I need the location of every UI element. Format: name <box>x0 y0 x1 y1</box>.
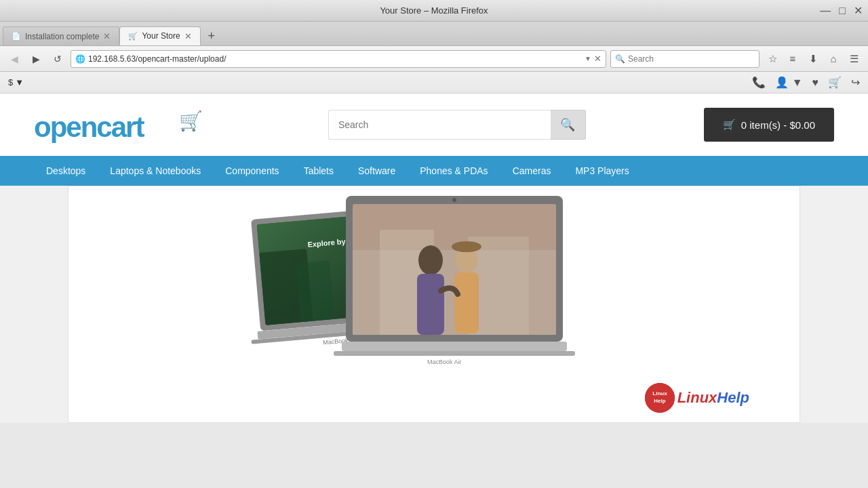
currency-dropdown-icon: ▼ <box>15 77 24 87</box>
toolbar-right-icons: 📞 👤 ▼ ♥ 🛒 ↪ <box>752 76 860 89</box>
reload-button[interactable]: ↺ <box>49 50 66 68</box>
reader-button[interactable]: ≡ <box>784 50 802 68</box>
linuxhelp-logo: Linux Help Linux Help <box>645 383 749 413</box>
address-text: 192.168.5.63/opencart-master/upload/ <box>88 54 582 64</box>
currency-selector[interactable]: $ ▼ <box>8 77 24 87</box>
address-reload-icon[interactable]: ✕ <box>594 54 601 64</box>
nav-bar: ◀ ▶ ↺ 🌐 192.168.5.63/opencart-master/upl… <box>0 46 868 72</box>
home-button[interactable]: ⌂ <box>825 50 842 68</box>
svg-point-15 <box>452 198 456 202</box>
opencart-logo[interactable]: opencart 🛒 <box>34 106 210 144</box>
download-button[interactable]: ⬇ <box>804 50 822 68</box>
wishlist-icon[interactable]: ♥ <box>812 77 819 89</box>
nav-action-buttons: ☆ ≡ ⬇ ⌂ ☰ <box>764 50 863 68</box>
menu-button[interactable]: ☰ <box>845 50 863 68</box>
nav-item-mp3[interactable]: MP3 Players <box>563 156 641 186</box>
nav-item-tablets[interactable]: Tablets <box>292 156 346 186</box>
window-title: Your Store – Mozilla Firefox <box>380 5 488 16</box>
tab-your-store[interactable]: 🛒 Your Store ✕ <box>119 26 200 45</box>
maximize-button[interactable]: □ <box>839 5 846 16</box>
tab-installation-complete[interactable]: 📄 Installation complete ✕ <box>3 26 119 45</box>
linuxhelp-circle-icon: Linux Help <box>645 383 675 413</box>
svg-text:opencart: opencart <box>34 111 144 143</box>
close-button[interactable]: ✕ <box>854 5 863 16</box>
svg-rect-6 <box>296 260 334 322</box>
address-bar[interactable]: 🌐 192.168.5.63/opencart-master/upload/ ▼… <box>71 50 606 68</box>
nav-item-phones[interactable]: Phones & PDAs <box>408 156 500 186</box>
bookmark-button[interactable]: ☆ <box>764 50 781 68</box>
svg-text:Help: Help <box>654 398 665 404</box>
linuxhelp-text-help: Help <box>717 389 749 407</box>
store-search-button[interactable]: 🔍 <box>551 110 586 140</box>
linuxhelp-wordmark: Linux Help <box>677 389 749 407</box>
window-controls[interactable]: — □ ✕ <box>820 5 863 16</box>
back-button[interactable]: ◀ <box>5 50 23 68</box>
forward-button[interactable]: ▶ <box>27 50 45 68</box>
linuxhelp-text-linux: Linux <box>677 389 717 407</box>
nav-item-laptops[interactable]: Laptops & Notebooks <box>98 156 213 186</box>
tab-icon-installation: 📄 <box>12 32 21 41</box>
cart-button[interactable]: 🛒 0 item(s) - $0.00 <box>704 108 834 142</box>
tab-close-installation[interactable]: ✕ <box>103 31 111 41</box>
store-search-input[interactable] <box>328 110 551 140</box>
nav-menu: Desktops Laptops & Notebooks Components … <box>0 156 868 186</box>
svg-rect-22 <box>417 274 444 335</box>
account-icon[interactable]: 👤 ▼ <box>775 76 802 89</box>
currency-label: $ <box>8 77 13 87</box>
title-bar: Your Store – Mozilla Firefox — □ ✕ <box>0 0 868 22</box>
svg-point-24 <box>452 241 481 252</box>
tab-close-store[interactable]: ✕ <box>184 31 192 41</box>
share-icon[interactable]: ↪ <box>851 76 860 89</box>
cart-toolbar-icon[interactable]: 🛒 <box>828 76 842 89</box>
browser-search-input[interactable] <box>628 54 755 64</box>
nav-item-software[interactable]: Software <box>346 156 408 186</box>
search-icon: 🔍 <box>560 117 575 132</box>
browser-search-icon: 🔍 <box>615 54 625 64</box>
svg-rect-25 <box>454 272 479 333</box>
svg-text:🛒: 🛒 <box>179 110 203 132</box>
hero-macbooks: Explore by land. MacBook Air <box>197 192 671 416</box>
cart-button-label: 0 item(s) - $0.00 <box>741 119 815 131</box>
svg-rect-27 <box>334 351 575 356</box>
hero-section: Explore by land. MacBook Air <box>68 186 800 423</box>
svg-rect-26 <box>342 342 567 351</box>
address-dropdown-icon[interactable]: ▼ <box>585 55 591 62</box>
extra-toolbar: $ ▼ 📞 👤 ▼ ♥ 🛒 ↪ <box>0 72 868 94</box>
address-favicon: 🌐 <box>75 54 85 64</box>
store-search-bar: 🔍 <box>328 110 586 140</box>
svg-text:MacBook Air: MacBook Air <box>427 359 462 365</box>
nav-item-components[interactable]: Components <box>213 156 291 186</box>
minimize-button[interactable]: — <box>820 5 831 16</box>
tab-bar: 📄 Installation complete ✕ 🛒 Your Store ✕… <box>0 22 868 46</box>
logo-svg: opencart 🛒 <box>34 106 210 144</box>
phone-icon[interactable]: 📞 <box>752 76 766 89</box>
nav-item-cameras[interactable]: Cameras <box>500 156 564 186</box>
browser-search[interactable]: 🔍 <box>610 50 760 68</box>
store-header: opencart 🛒 🔍 🛒 0 item(s) - $0.00 <box>0 94 868 156</box>
svg-point-21 <box>418 245 443 275</box>
new-tab-button[interactable]: + <box>202 26 221 45</box>
tab-icon-store: 🛒 <box>128 32 138 41</box>
tab-label-installation: Installation complete <box>25 32 99 41</box>
svg-text:Linux: Linux <box>652 390 667 396</box>
nav-item-desktops[interactable]: Desktops <box>34 156 98 186</box>
cart-button-icon: 🛒 <box>723 119 736 131</box>
tab-label-store: Your Store <box>142 31 180 41</box>
